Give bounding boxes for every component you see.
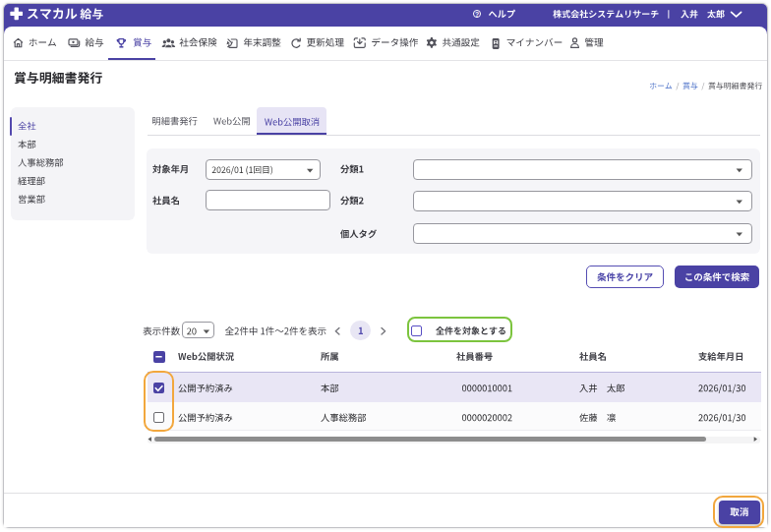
svg-text:?: ? xyxy=(475,11,479,18)
